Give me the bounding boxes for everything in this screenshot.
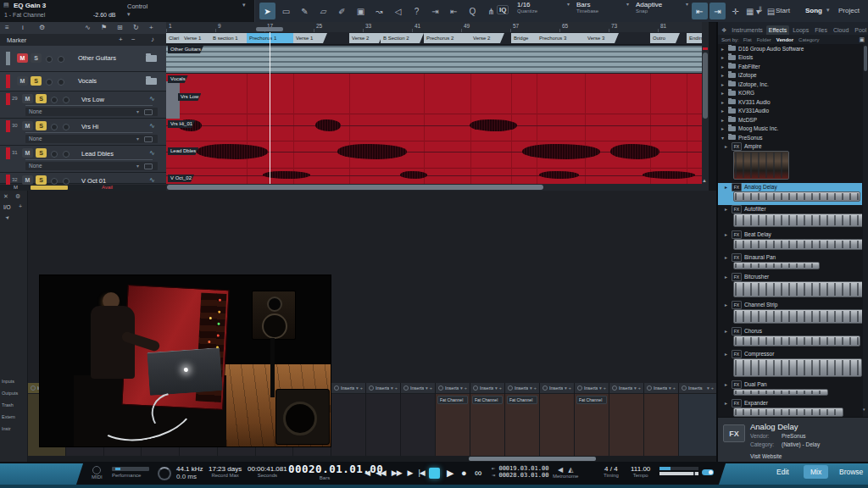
expand-icon[interactable]: ▸	[721, 46, 726, 52]
track-row-lead-dbles[interactable]: 31MSLead Dbles∿None▾	[0, 146, 166, 173]
monitor-button[interactable]	[58, 79, 64, 86]
expand-icon[interactable]: ▸	[725, 184, 729, 190]
fat-channel-insert[interactable]: Fat Channel	[437, 396, 468, 404]
expand-icon[interactable]: ▸	[725, 206, 729, 212]
vendor-row[interactable]: ▸KORG	[718, 89, 862, 97]
expand-icon[interactable]: ▸	[721, 64, 726, 69]
caret-down-icon[interactable]: ▾	[669, 385, 671, 391]
tab-pool[interactable]: Pool	[852, 25, 868, 35]
nav-song[interactable]: Song	[805, 7, 822, 14]
record-arm-button[interactable]	[46, 56, 53, 63]
fat-channel-insert[interactable]: Fat Channel	[507, 396, 537, 404]
volume-line[interactable]	[25, 105, 153, 106]
bank-label-outputs[interactable]: Outputs	[2, 391, 18, 402]
expand-icon[interactable]: ▸	[721, 125, 726, 131]
nav-project[interactable]: Project	[838, 7, 860, 14]
timeline-marker[interactable]: Verse 2	[349, 33, 383, 43]
plus-icon[interactable]: +	[149, 24, 153, 31]
level-toggle[interactable]	[702, 469, 714, 475]
stop-button[interactable]	[429, 468, 440, 479]
bank-label-inputs[interactable]: Inputs	[2, 379, 18, 391]
effect-row[interactable]: ▸FXBitcrusher	[718, 273, 862, 281]
mixer-hscrollbar[interactable]	[28, 456, 716, 462]
monitor-button[interactable]	[63, 178, 70, 185]
sort-option-flat[interactable]: Flat	[743, 37, 752, 42]
inserts-area[interactable]	[644, 394, 678, 462]
mute-tool[interactable]: ▣	[353, 3, 369, 19]
inserts-header[interactable]: Inserts▾+	[401, 383, 435, 394]
effect-item-analog-delay[interactable]: ▸FXAnalog Delay	[718, 183, 862, 205]
expand-icon[interactable]: ▸	[725, 351, 729, 357]
folder-track-clip[interactable]: Other Guitars	[166, 46, 702, 73]
control-link-panel[interactable]: ▤ EQ Gain 3 Control ▾ 1 - Fat Channel -2…	[0, 0, 255, 22]
zoom-tool[interactable]: Q	[465, 3, 481, 19]
paint-tool[interactable]: ✐	[334, 3, 350, 19]
mixer-channel-guit-clean[interactable]: Inserts▾+Sends+None2Rust+ 9/10-10.6<C>MS…	[365, 383, 400, 462]
bank-label-instr[interactable]: Instr	[2, 426, 18, 438]
loop-range-handle[interactable]	[256, 27, 283, 31]
record-arm-button[interactable]	[51, 151, 58, 158]
play-cursor-tool[interactable]: ⇥	[427, 3, 443, 19]
effect-thumbnail[interactable]	[733, 309, 862, 324]
timeline-marker[interactable]: Prechorus 1	[247, 33, 299, 43]
inserts-area[interactable]	[366, 394, 400, 462]
mute-button[interactable]: M	[17, 76, 28, 86]
vendor-row[interactable]: ▸KV331Audio	[718, 107, 862, 115]
vocals-clip-region[interactable]: VocalsVrs LowVrs Hi_01Lead DblesV Oct_02	[166, 74, 702, 184]
effect-item-ampire[interactable]: ▸FXAmpire	[718, 142, 862, 183]
expand-icon[interactable]: ▸	[721, 72, 726, 78]
add-insert-button[interactable]: +	[534, 385, 537, 391]
monitor-button[interactable]	[63, 151, 70, 158]
vendor-row-presonus[interactable]: ▾PreSonus	[718, 133, 862, 141]
gain-caret-icon[interactable]: ▾	[127, 11, 131, 18]
inserts-area[interactable]: Fat Channel	[470, 396, 504, 462]
effect-item-beat-delay[interactable]: ▸FXBeat Delay	[718, 230, 862, 253]
flag-icon[interactable]: ⚑	[101, 24, 107, 31]
effect-thumbnail[interactable]	[733, 358, 862, 377]
footer-solo-all[interactable]	[31, 186, 68, 190]
caret-down-icon[interactable]: ▾	[495, 385, 498, 391]
add-insert-button[interactable]: +	[465, 385, 467, 391]
performance-meter[interactable]: Performance	[112, 467, 149, 478]
help-tool[interactable]: ?	[409, 3, 425, 19]
mute-button[interactable]: M	[22, 148, 33, 158]
quantize-select[interactable]: 1/16▾ Quantize	[517, 1, 570, 14]
grid-icon[interactable]: ⊞	[117, 24, 123, 31]
timeline-marker[interactable]: B Section 2	[381, 33, 424, 43]
folder-icon[interactable]	[146, 55, 157, 62]
effect-item-dual-pan[interactable]: ▸FXDual Pan	[718, 380, 862, 399]
solo-button[interactable]: S	[31, 53, 42, 63]
prev-marker-button[interactable]: ◀	[364, 469, 370, 477]
fat-channel-insert[interactable]: Fat Channel	[576, 396, 607, 404]
record-arm-button[interactable]	[51, 97, 58, 103]
effect-item-compressor[interactable]: ▸FXCompressor	[718, 350, 862, 380]
snap-select[interactable]: Adaptive▾ Snap	[636, 1, 688, 14]
fat-channel-insert[interactable]: Fat Channel	[472, 396, 503, 404]
solo-button[interactable]: S	[36, 121, 47, 130]
effect-row[interactable]: ▸FXAmpire	[718, 142, 862, 151]
tab-effects[interactable]: Effects	[766, 25, 789, 35]
timeline-marker[interactable]: Outro	[650, 33, 680, 43]
tab-loops[interactable]: Loops	[790, 25, 811, 35]
marker-remove-button[interactable]: −	[131, 36, 136, 43]
range-tool[interactable]: ▭	[278, 3, 294, 19]
record-arm-button[interactable]	[51, 178, 58, 185]
inserts-area[interactable]: Fat Channel	[505, 396, 539, 462]
control-label[interactable]: Control	[127, 3, 147, 10]
folder-track-other-guitars[interactable]: MSOther Guitars	[0, 46, 166, 72]
marker-row[interactable]: Marker + − ♪	[0, 34, 166, 47]
effect-item-channel-strip[interactable]: ▸FXChannel Strip	[718, 301, 862, 327]
effect-row[interactable]: ▸FXChorus	[718, 327, 862, 336]
inserts-area[interactable]: Fat Channel	[436, 396, 470, 462]
expand-icon[interactable]: ▸	[725, 143, 729, 149]
add-insert-button[interactable]: +	[395, 385, 398, 391]
automation-selector[interactable]: None▾	[25, 135, 158, 143]
vendor-row[interactable]: ▸McDSP	[718, 115, 862, 124]
effect-thumbnail[interactable]	[733, 336, 860, 347]
vendor-row[interactable]: ▸D16 Group Audio Software	[718, 44, 862, 53]
next-marker-button[interactable]: ▶	[408, 469, 413, 477]
track-row-vrs-low[interactable]: 29MSVrs Low∿None▾	[0, 92, 166, 119]
loop-button[interactable]: ∞	[475, 467, 482, 479]
caret-down-icon[interactable]: ▾	[391, 385, 393, 391]
inserts-header[interactable]: Inserts▾+	[366, 383, 400, 394]
